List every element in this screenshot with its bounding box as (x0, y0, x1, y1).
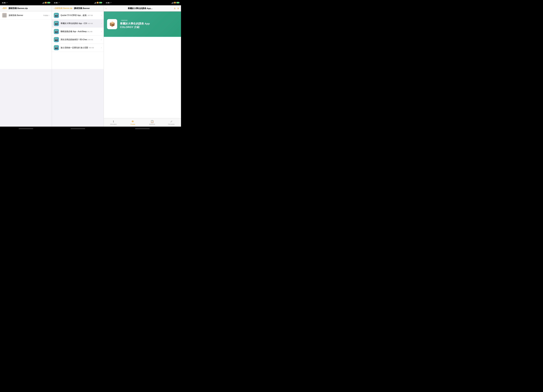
nav-title-panel1: 讀者投稿 Banner.zip (9, 7, 28, 10)
advanced-icon: 📋 (150, 120, 154, 123)
item-name-quizlet: Quizlet 字卡式學習 App，超過. (61, 14, 87, 16)
item-name-colorgy: 專屬於大學生的課表 App - COI (61, 22, 87, 24)
list-item-disney[interactable]: 📷 迪士尼粉絲一定要玩的 迪士尼驚 450 KB › (52, 44, 104, 52)
list-item-autosleep[interactable]: 📷 睡眠追蹤必備 App - AutoSleep 361 KB › (52, 28, 104, 36)
information-icon: ℹ (113, 120, 114, 123)
preview-content-area: 📦 《讀者投稿》 專屬於大學生的課表 App COLORGY 介紹 (104, 11, 181, 65)
signal-icon-panel1 (42, 2, 44, 3)
list-item-quizlet[interactable]: 📷 Quizlet 字卡式學習 App，超過. 347 KB › (52, 11, 104, 19)
nav-bar-panel1: ‹ 郵件 讀者投稿 Banner.zip (0, 5, 52, 11)
nav-arrow-panel1: ↗ (6, 2, 7, 4)
panel-filelist: ‹ 讀者投稿 Banner.zip 讀者投稿 Banner 📷 Quizlet … (52, 5, 104, 127)
status-bar: 4:46 ↗ 📶 4:46 ↗ 📶 4:48 ↗ (0, 0, 181, 5)
nav-title-panel3: 專屬於大學生的課表 App... (107, 7, 174, 10)
back-button-panel2[interactable]: ‹ 讀者投稿 Banner.zip (54, 7, 72, 10)
status-icons-panel3: 📶 (171, 2, 179, 4)
battery-icon-panel1 (47, 2, 50, 3)
item-text-autosleep: 睡眠追蹤必備 App - AutoSleep 361 KB (61, 30, 101, 33)
battery-icon-panel3 (176, 2, 179, 3)
toolbar-information[interactable]: ℹ Information (104, 119, 123, 126)
chevron-right-icon-quizlet: › (101, 14, 102, 17)
item-text-colorgy: 專屬於大學生的課表 App - COI 340 KB (61, 22, 101, 25)
preview-icon: 👁 (131, 120, 134, 123)
file-list-panel2: 📷 Quizlet 字卡式學習 App，超過. 347 KB › 📷 專屬於大學… (52, 11, 104, 69)
home-indicator-1 (19, 128, 33, 129)
chevron-left-icon-panel1: ‹ (2, 7, 3, 10)
time-panel3: 4:48 (106, 2, 109, 4)
item-text-banner: 讀者投稿 Banner (9, 14, 43, 17)
nav-title-panel2: 讀者投稿 Banner (74, 7, 90, 10)
chevron-right-icon-folder: › (49, 14, 50, 17)
item-text-quizlet: Quizlet 字卡式學習 App，超過. 347 KB (61, 14, 101, 17)
time-panel1: 4:46 (2, 2, 6, 4)
camera-icon-quizlet: 📷 (54, 13, 59, 18)
wifi-icon-panel3: 📶 (174, 2, 176, 4)
camera-icon-autosleep: 📷 (54, 29, 59, 34)
banner-title-line1: 專屬於大學生的課表 App (120, 22, 178, 25)
app-icon-colorgy: 📦 (107, 19, 118, 29)
camera-icon-disney: 📷 (54, 45, 59, 50)
status-icons-panel2: 📶 (94, 2, 102, 4)
home-indicator-panel1 (0, 127, 52, 131)
toolbar-fullscreen[interactable]: ⤢ Full screen (162, 119, 181, 126)
item-name-autosleep: 睡眠追蹤必備 App - AutoSleep (61, 30, 87, 33)
empty-area-panel3 (104, 65, 181, 118)
back-label-panel2: 讀者投稿 Banner.zip (55, 7, 72, 10)
toolbar-preview[interactable]: 👁 Preview (123, 119, 142, 126)
item-size-disney: 450 KB (89, 47, 94, 49)
nav-arrow-panel3: ↗ (110, 2, 111, 4)
list-item-icheck[interactable]: 📷 買生活用品想撿便宜？用 iChec 346 KB › (52, 36, 104, 44)
status-bar-panel-3: 4:48 ↗ 📶 (104, 0, 181, 5)
file-list-panel1: 讀者投稿 Banner Folder › (0, 11, 52, 69)
home-indicator-3 (135, 128, 150, 129)
fullscreen-icon: ⤢ (170, 120, 172, 123)
back-button-panel1[interactable]: ‹ 郵件 (2, 7, 7, 10)
empty-area-panel1 (0, 69, 52, 127)
item-type-folder: Folder (43, 14, 49, 17)
item-name-icheck: 買生活用品想撿便宜？用 iChec (61, 39, 87, 40)
panel-archives: ‹ 郵件 讀者投稿 Banner.zip (0, 5, 52, 127)
home-indicators (0, 127, 181, 131)
bottom-toolbar: ℹ Information 👁 Preview 📋 Advanced ⤢ Ful… (104, 118, 181, 127)
home-indicator-panel3 (104, 127, 181, 131)
information-label: Information (110, 124, 117, 125)
item-name-banner: 讀者投稿 Banner (9, 14, 43, 17)
camera-icon-icheck: 📷 (54, 37, 59, 42)
time-panel2: 4:46 (54, 2, 57, 4)
banner-subtitle: 《讀者投稿》 (120, 19, 178, 22)
chevron-right-icon-autosleep: › (101, 30, 102, 33)
preview-label: Preview (130, 124, 135, 125)
prev-button-panel3[interactable]: ∧ (174, 7, 176, 10)
nav-right-buttons: ∧ ∨ (174, 7, 179, 10)
list-item-banner-folder[interactable]: 讀者投稿 Banner Folder › (0, 11, 52, 19)
toolbar-advanced[interactable]: 📋 Advanced (142, 119, 162, 126)
signal-icon-panel2 (94, 2, 96, 3)
signal-icon-panel3 (171, 2, 174, 3)
next-button-panel3[interactable]: ∨ (177, 7, 179, 10)
status-bar-panel-1: 4:46 ↗ 📶 (0, 0, 52, 5)
nav-bar-panel2: ‹ 讀者投稿 Banner.zip 讀者投稿 Banner (52, 5, 104, 11)
item-size-icheck: 346 KB (88, 39, 93, 40)
banner-text-content: 《讀者投稿》 專屬於大學生的課表 App COLORGY 介紹 (120, 19, 178, 29)
item-size-colorgy: 340 KB (88, 23, 93, 24)
banner-image: 📦 《讀者投稿》 專屬於大學生的課表 App COLORGY 介紹 (104, 11, 181, 37)
list-item-colorgy[interactable]: 📷 專屬於大學生的課表 App - COI 340 KB › (52, 19, 104, 28)
status-bar-panel-2: 4:46 ↗ 📶 (52, 0, 104, 5)
camera-icon-colorgy: 📷 (54, 21, 59, 26)
advanced-label: Advanced (149, 124, 155, 125)
chevron-right-icon-disney: › (101, 47, 102, 49)
item-size-quizlet: 347 KB (88, 14, 93, 16)
home-indicator-panel2 (52, 127, 104, 131)
wifi-icon-panel1: 📶 (45, 2, 47, 4)
chevron-right-icon-colorgy: › (101, 22, 102, 24)
item-name-disney: 迪士尼粉絲一定要玩的 迪士尼驚 (61, 47, 88, 49)
app-icon-inner: 📦 (107, 19, 117, 29)
battery-icon-panel2 (99, 2, 102, 3)
item-text-icheck: 買生活用品想撿便宜？用 iChec 346 KB (61, 38, 101, 41)
item-text-disney: 迪士尼粉絲一定要玩的 迪士尼驚 450 KB (61, 46, 101, 49)
item-size-autosleep: 361 KB (87, 31, 92, 33)
chevron-left-icon-panel2: ‹ (54, 7, 55, 10)
main-content: ‹ 郵件 讀者投稿 Banner.zip (0, 5, 181, 127)
chevron-right-icon-icheck: › (101, 39, 102, 41)
back-label-panel1: 郵件 (3, 7, 7, 10)
